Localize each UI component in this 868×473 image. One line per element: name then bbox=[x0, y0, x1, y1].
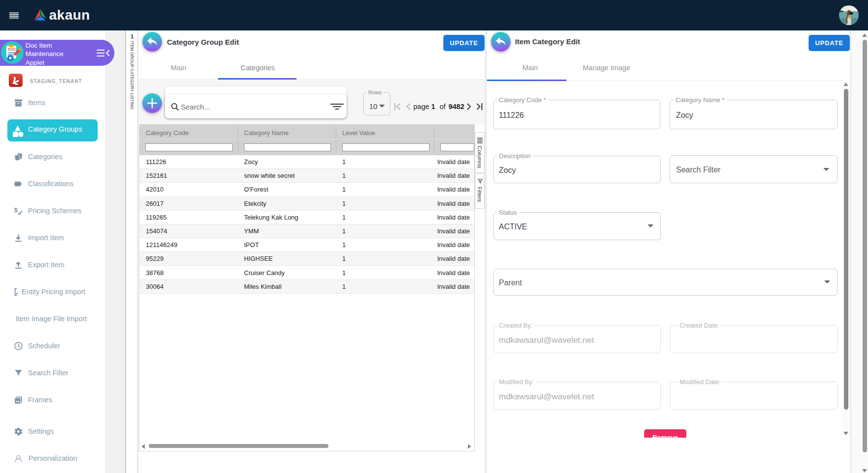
svg-text:DOC: DOC bbox=[8, 47, 16, 52]
svg-text:$: $ bbox=[14, 207, 18, 214]
